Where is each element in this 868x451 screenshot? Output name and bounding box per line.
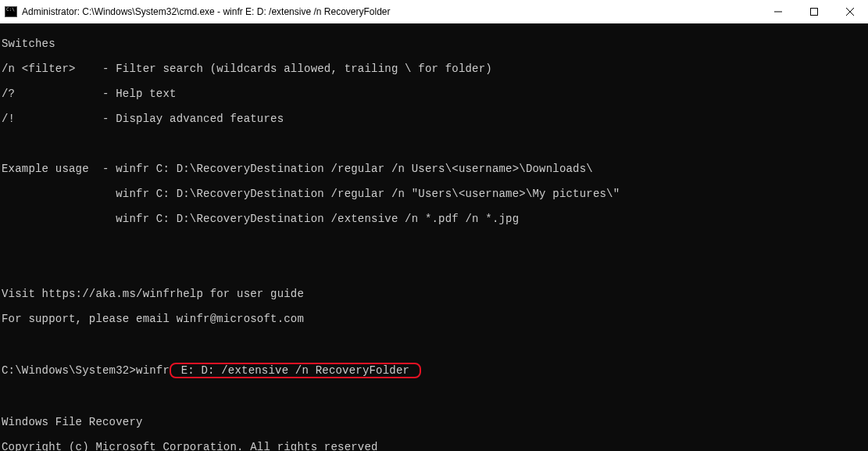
output-line: Example usage - winfr C: D:\RecoveryDest… (2, 163, 866, 175)
titlebar-left: Administrator: C:\Windows\System32\cmd.e… (5, 6, 391, 17)
maximize-button[interactable] (796, 0, 832, 23)
output-line: winfr C: D:\RecoveryDestination /extensi… (2, 213, 866, 225)
minimize-button[interactable] (760, 0, 796, 23)
output-line: /! - Display advanced features (2, 113, 866, 125)
maximize-icon (810, 8, 818, 16)
output-line: Switches (2, 38, 866, 50)
output-line: Visit https://aka.ms/winfrhelp for user … (2, 288, 866, 300)
output-line: /? - Help text (2, 88, 866, 100)
svg-rect-1 (811, 9, 818, 16)
output-line (2, 238, 866, 250)
minimize-icon (774, 8, 782, 16)
highlighted-command: E: D: /extensive /n RecoveryFolder (170, 363, 421, 378)
prompt-prefix: C:\Windows\System32>winfr (2, 364, 170, 377)
output-line (2, 263, 866, 275)
output-line: Copyright (c) Microsoft Corporation. All… (2, 441, 866, 451)
cmd-icon (5, 6, 17, 17)
close-button[interactable] (832, 0, 868, 23)
output-line: winfr C: D:\RecoveryDestination /regular… (2, 188, 866, 200)
terminal-output[interactable]: Switches /n <filter> - Filter search (wi… (0, 23, 868, 451)
output-line (2, 138, 866, 150)
output-line: For support, please email winfr@microsof… (2, 313, 866, 325)
output-line (2, 391, 866, 403)
close-icon (846, 8, 854, 16)
output-line: /n <filter> - Filter search (wildcards a… (2, 63, 866, 75)
window-title: Administrator: C:\Windows\System32\cmd.e… (22, 6, 391, 17)
output-line (2, 338, 866, 350)
window-titlebar: Administrator: C:\Windows\System32\cmd.e… (0, 0, 868, 23)
window-controls (760, 0, 868, 23)
output-line: Windows File Recovery (2, 416, 866, 428)
command-line: C:\Windows\System32>winfr E: D: /extensi… (2, 363, 866, 378)
